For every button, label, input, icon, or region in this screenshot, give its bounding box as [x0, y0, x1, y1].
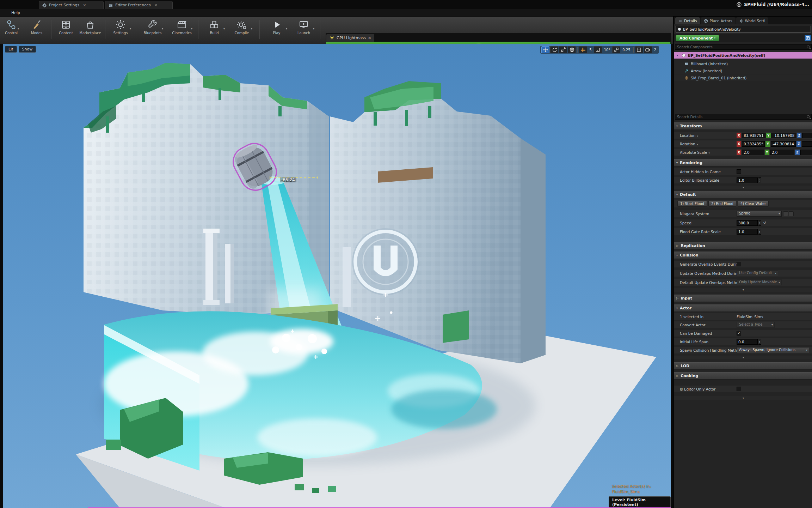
section-lod[interactable]: LOD [674, 362, 812, 370]
rotation-snap-toggle-button[interactable] [594, 46, 602, 53]
billboard-scale-input[interactable]: 1.0 [737, 177, 758, 183]
unreal-logo-icon [737, 2, 742, 7]
window-tab-project-settings[interactable]: Project Settings [39, 1, 104, 9]
spinner[interactable] [758, 220, 761, 226]
menu-help[interactable]: Help [9, 10, 22, 16]
spinner[interactable] [758, 229, 761, 235]
advanced-expander[interactable] [674, 356, 812, 360]
scale-z-input[interactable] [800, 150, 812, 155]
asset-picker-icons[interactable] [783, 211, 794, 216]
location-label[interactable]: Location [680, 133, 698, 138]
lit-mode-button[interactable]: Lit [5, 46, 17, 53]
tree-expander-icon[interactable]: ▾ [677, 54, 679, 57]
end-flood-button[interactable]: 2) End Flood [708, 201, 736, 207]
toolbar-launch-button[interactable]: Launch [290, 19, 318, 35]
search-components-input[interactable] [677, 45, 807, 49]
component-tree-row-billboard[interactable]: Billboard (Inherited) [674, 60, 812, 67]
toolbar-build-button[interactable]: Build [200, 19, 228, 35]
toolbar-blueprints-button[interactable]: Blueprints [139, 19, 167, 35]
toolbar-settings-button[interactable]: Settings [106, 19, 135, 35]
rotation-snap-value[interactable]: 10° [603, 48, 612, 52]
camera-speed-value[interactable]: 2 [653, 48, 658, 52]
add-component-button[interactable]: Add Component [676, 35, 719, 41]
scale-label[interactable]: Absolute Scale [680, 150, 710, 155]
toolbar-play-button[interactable]: Play [263, 19, 291, 35]
toolbar-marketplace-button[interactable]: Marketplace [76, 19, 104, 35]
tab-details[interactable]: Details [675, 17, 700, 24]
window-tab-editor-preferences[interactable]: Editor Preferences [105, 1, 173, 9]
is-editor-only-checkbox[interactable] [737, 387, 741, 391]
component-tree-row-barrel[interactable]: SM_Prop_Barrel_01 (Inherited) [674, 74, 812, 81]
grid-snap-toggle-button[interactable] [579, 46, 587, 53]
cube-icon [704, 19, 708, 23]
scale-snap-value[interactable]: 0.25 [621, 48, 632, 52]
camera-speed-button[interactable] [644, 46, 652, 53]
maximize-viewport-button[interactable] [635, 46, 643, 53]
section-transform[interactable]: Transform [674, 122, 812, 130]
close-icon[interactable] [154, 3, 158, 7]
component-tree-row-arrow[interactable]: Arrow (Inherited) [674, 67, 812, 74]
rotate-gizmo-button[interactable] [550, 46, 558, 53]
search-components-box [675, 44, 812, 50]
toolbar-content-button[interactable]: Content [52, 19, 80, 35]
location-x-input[interactable]: 83.938751 [742, 133, 765, 138]
advanced-expander[interactable] [674, 186, 812, 190]
rotation-label[interactable]: Rotation [680, 142, 698, 146]
tab-world-settings[interactable]: World Setti [736, 17, 769, 24]
rotation-y-input[interactable]: -47.309814 [771, 141, 796, 147]
initial-life-span-input[interactable]: 0.0 [737, 339, 758, 345]
update-overlaps-dropdown[interactable]: Use Config Default [737, 270, 778, 276]
section-replication[interactable]: Replication [674, 242, 812, 249]
location-z-input[interactable] [802, 133, 812, 138]
actor-hidden-checkbox[interactable] [737, 169, 741, 174]
viewport-scene[interactable] [0, 44, 671, 508]
section-cooking[interactable]: Cooking [674, 372, 812, 380]
location-y-input[interactable]: -10.167908 [771, 133, 796, 138]
grid-snap-value[interactable]: 5 [588, 48, 593, 52]
section-rendering[interactable]: Rendering [674, 159, 812, 167]
edit-blueprint-button[interactable] [805, 35, 811, 41]
scale-x-input[interactable]: 2.0 [742, 150, 764, 155]
start-flood-button[interactable]: 1) Start Flood [677, 201, 707, 207]
rotation-x-input[interactable]: 0.332435° [742, 141, 765, 147]
toolbar-compile-button[interactable]: Compile [228, 19, 256, 35]
spinner[interactable] [758, 177, 761, 183]
reset-to-default-icon[interactable] [762, 220, 767, 225]
viewport-3d[interactable]: Lit Show 5 10° 0.25 2 -65.24 Selected Ac… [0, 44, 671, 508]
section-collision[interactable]: Collision [674, 252, 812, 259]
default-update-overlaps-dropdown[interactable]: Only Update Movable [737, 279, 782, 285]
details-tab-bar: Details Place Actors World Setti [674, 17, 812, 24]
level-indicator[interactable]: Level: FluidSim (Persistent) [609, 496, 671, 508]
tab-place-actors[interactable]: Place Actors [701, 17, 735, 24]
convert-actor-dropdown[interactable]: Select a Type [737, 322, 775, 328]
scale-snap-toggle-button[interactable] [612, 46, 620, 53]
rotation-z-input[interactable] [802, 141, 812, 147]
show-flags-button[interactable]: Show [19, 46, 36, 53]
toolbar-cinematics-button[interactable]: Cinematics [168, 19, 196, 35]
generate-overlap-checkbox[interactable] [737, 262, 741, 266]
close-icon[interactable] [368, 36, 371, 40]
world-space-toggle-button[interactable] [568, 46, 576, 53]
scale-gizmo-button[interactable] [559, 46, 567, 53]
component-tree-row-self[interactable]: ▾ BP_SetFluidPositionAndVelocity(self) [674, 52, 812, 59]
section-actor[interactable]: Actor [674, 304, 812, 312]
advanced-expander[interactable] [674, 288, 812, 292]
section-input[interactable]: Input [674, 295, 812, 302]
blueprint-name-input[interactable] [683, 27, 808, 31]
advanced-expander[interactable] [674, 396, 812, 400]
toolbar-source-control-button[interactable]: Control [0, 19, 23, 35]
can-be-damaged-checkbox[interactable] [737, 331, 741, 335]
spawn-collision-dropdown[interactable]: Always Spawn, Ignore Collisions [737, 347, 809, 353]
spinner[interactable] [758, 339, 761, 345]
gpu-lightmass-tab[interactable]: GPU Lightmass [326, 34, 374, 42]
toolbar-modes-button[interactable]: Modes [23, 19, 51, 35]
scale-y-input[interactable]: 2.0 [770, 150, 794, 155]
close-icon[interactable] [83, 3, 86, 7]
niagara-system-dropdown[interactable]: Spring [737, 211, 782, 217]
clear-water-button[interactable]: 4) Clear Water [738, 201, 769, 207]
translate-gizmo-button[interactable] [541, 46, 549, 53]
section-default[interactable]: Default [674, 191, 812, 198]
flood-gate-input[interactable]: 1.0 [737, 229, 758, 235]
search-details-input[interactable] [677, 115, 807, 119]
speed-input[interactable]: 300.0 [737, 220, 758, 226]
